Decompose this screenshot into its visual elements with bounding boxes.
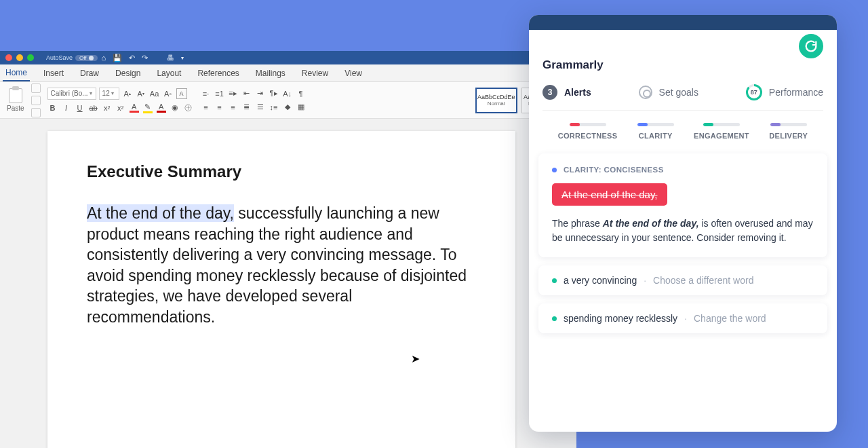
maximize-icon[interactable] xyxy=(27,54,34,61)
align-right-icon[interactable]: ≡ xyxy=(228,102,239,113)
minimize-icon[interactable] xyxy=(16,54,23,61)
copy-icon[interactable] xyxy=(31,96,41,105)
underline-button[interactable]: U xyxy=(75,102,85,113)
cut-icon[interactable] xyxy=(31,83,41,93)
panel-title: Grammarly xyxy=(542,58,823,72)
suggestion-card[interactable]: spending money recklessly · Change the w… xyxy=(538,303,827,333)
remove-phrase-button[interactable]: At the end of the day, xyxy=(552,183,667,206)
grammarly-logo-icon xyxy=(799,34,823,58)
increase-indent-icon[interactable]: ⇥ xyxy=(255,88,266,99)
panel-tabs: 3 Alerts Set goals 87 Performance xyxy=(542,84,823,111)
tab-design[interactable]: Design xyxy=(113,66,143,81)
tab-review[interactable]: Review xyxy=(299,66,331,81)
suggestion-tag: CLARITY: CONCISENESS xyxy=(564,166,664,174)
superscript-button[interactable]: x2 xyxy=(115,102,126,113)
delivery-bar-icon xyxy=(770,123,807,126)
goals-label: Set goals xyxy=(659,87,698,98)
align-left-icon[interactable]: ≡ xyxy=(201,102,212,113)
tab-performance[interactable]: 87 Performance xyxy=(746,84,823,100)
tab-insert[interactable]: Insert xyxy=(41,66,66,81)
autosave-toggle[interactable]: AutoSave Off xyxy=(46,54,98,61)
bullets-icon[interactable]: ≡· xyxy=(201,88,212,99)
phonetic-icon[interactable]: A xyxy=(176,88,187,99)
clear-format-icon[interactable]: A◦ xyxy=(163,88,174,99)
doc-paragraph[interactable]: At the end of the day, successfully laun… xyxy=(87,203,476,327)
correctness-bar-icon xyxy=(570,123,606,126)
justify-icon[interactable]: ≣ xyxy=(241,102,252,113)
tab-mailings[interactable]: Mailings xyxy=(253,66,288,81)
quick-access-toolbar: ⌂ 💾 ↶ ↷ 🖶 ▾ xyxy=(102,54,184,62)
change-case-icon[interactable]: Aa xyxy=(149,88,160,99)
dot-icon xyxy=(552,168,557,172)
sort-icon[interactable]: A↓ xyxy=(282,88,293,99)
tab-set-goals[interactable]: Set goals xyxy=(639,86,698,99)
engagement-bar-icon xyxy=(703,123,740,126)
paste-label: Paste xyxy=(7,105,24,112)
font-family-select[interactable]: Calibri (Bo...▾ xyxy=(47,88,96,100)
subscript-button[interactable]: x2 xyxy=(102,102,113,113)
shading-button[interactable]: ◉ xyxy=(170,102,180,113)
doc-body-text: successfully launching a new product mea… xyxy=(87,204,467,326)
cat-clarity[interactable]: CLARITY xyxy=(637,123,674,140)
dropdown-icon[interactable]: ▾ xyxy=(181,55,184,61)
line-spacing-icon[interactable]: ↕≡ xyxy=(269,102,279,113)
suggestion-hint: Choose a different word xyxy=(653,275,753,286)
suggestion-card-main[interactable]: CLARITY: CONCISENESS At the end of the d… xyxy=(538,153,827,257)
borders-icon[interactable]: ▦ xyxy=(296,102,307,113)
highlighted-phrase: At the end of the day, xyxy=(87,204,234,222)
window-titlebar: AutoSave Off ⌂ 💾 ↶ ↷ 🖶 ▾ xyxy=(0,51,576,64)
font-size-select[interactable]: 12▾ xyxy=(99,88,119,100)
document-page[interactable]: Executive Summary At the end of the day,… xyxy=(47,131,515,448)
tab-references[interactable]: References xyxy=(195,66,241,81)
paragraph-group: ≡· ≡1 ≡▸ ⇤ ⇥ ¶▸ A↓ ¶ ≡ ≡ ≡ ≣ ☰ ↕≡ ◆ ▦ xyxy=(201,88,307,113)
ribbon-tabs: Home Insert Draw Design Layout Reference… xyxy=(0,64,576,82)
increase-font-icon[interactable]: A▴ xyxy=(122,88,133,99)
show-marks-icon[interactable]: ¶ xyxy=(296,88,307,99)
italic-button[interactable]: I xyxy=(61,102,72,113)
cat-engagement[interactable]: ENGAGEMENT xyxy=(694,123,749,140)
distribute-icon[interactable]: ☰ xyxy=(255,102,266,113)
clipboard-group: Paste xyxy=(4,83,41,117)
text-effects-button[interactable]: A xyxy=(156,102,167,113)
decrease-font-icon[interactable]: A▾ xyxy=(136,88,146,99)
tab-alerts[interactable]: 3 Alerts xyxy=(542,85,591,100)
category-bar: CORRECTNESS CLARITY ENGAGEMENT DELIVERY xyxy=(542,111,823,148)
suggestion-card[interactable]: a very convincing · Choose a different w… xyxy=(538,265,827,295)
panel-header-bar xyxy=(529,15,837,30)
highlight-button[interactable]: ✎ xyxy=(142,102,153,113)
word-window: AutoSave Off ⌂ 💾 ↶ ↷ 🖶 ▾ Home Insert Dra… xyxy=(0,51,576,448)
decrease-indent-icon[interactable]: ⇤ xyxy=(241,88,252,99)
suggestion-text: a very convincing xyxy=(564,275,637,286)
numbering-icon[interactable]: ≡1 xyxy=(214,88,225,99)
strike-button[interactable]: ab xyxy=(88,102,99,113)
alerts-count-badge: 3 xyxy=(542,85,557,100)
doc-heading[interactable]: Executive Summary xyxy=(87,162,476,181)
cat-delivery[interactable]: DELIVERY xyxy=(769,123,808,140)
fill-icon[interactable]: ◆ xyxy=(282,102,293,113)
save-icon[interactable]: 💾 xyxy=(113,54,122,62)
close-icon[interactable] xyxy=(5,54,12,61)
bold-button[interactable]: B xyxy=(47,102,58,113)
tab-view[interactable]: View xyxy=(342,66,365,81)
tab-home[interactable]: Home xyxy=(3,65,30,81)
align-center-icon[interactable]: ≡ xyxy=(214,102,225,113)
ltr-icon[interactable]: ¶▸ xyxy=(269,88,279,99)
tab-layout[interactable]: Layout xyxy=(154,66,184,81)
redo-icon[interactable]: ↷ xyxy=(142,54,148,62)
suggestion-explanation: The phrase At the end of the day, is oft… xyxy=(552,217,814,245)
format-painter-icon[interactable] xyxy=(31,108,41,117)
undo-icon[interactable]: ↶ xyxy=(129,54,135,62)
font-color-button[interactable]: A xyxy=(129,102,140,113)
tab-draw[interactable]: Draw xyxy=(77,66,102,81)
multilevel-icon[interactable]: ≡▸ xyxy=(228,88,239,99)
style-normal[interactable]: AaBbCcDdEe Normal xyxy=(475,88,517,113)
enclose-char-button[interactable]: ㊉ xyxy=(183,102,194,113)
cat-correctness[interactable]: CORRECTNESS xyxy=(558,123,618,140)
paste-button[interactable]: Paste xyxy=(4,87,27,113)
home-icon[interactable]: ⌂ xyxy=(102,54,106,62)
dot-icon xyxy=(552,316,557,321)
clarity-bar-icon xyxy=(637,123,674,126)
dot-icon xyxy=(552,278,557,283)
print-icon[interactable]: 🖶 xyxy=(167,54,174,62)
document-area[interactable]: Executive Summary At the end of the day,… xyxy=(0,119,576,448)
